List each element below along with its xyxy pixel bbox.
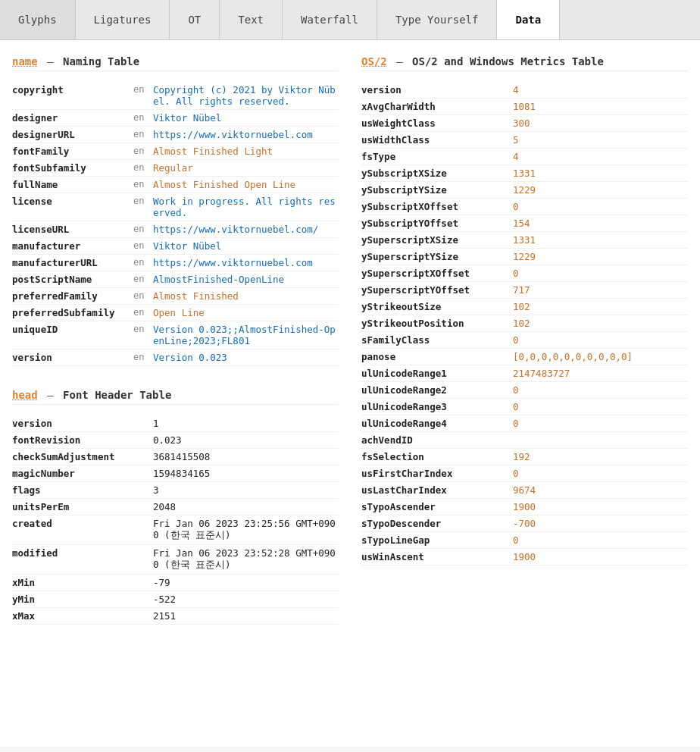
row-key: sTypoLineGap [361,534,513,546]
head-key: head [12,389,38,401]
row-value: 717 [513,284,530,296]
row-value: Version 0.023;;AlmostFinished-OpenLine;2… [153,324,339,346]
row-key: checkSumAdjustment [12,451,133,462]
row-value: https://www.viktornuebel.com [153,257,339,268]
row-key: sTypoDescender [361,518,513,529]
table-row: ySubscriptXSize 1331 [361,165,688,182]
row-key: usWinAscent [361,551,513,562]
os2-key: OS/2 [361,55,387,67]
tab-text[interactable]: Text [220,0,283,39]
row-lang: en [133,84,148,95]
row-value: 1900 [513,501,536,512]
row-value: Almost Finished Open Line [153,179,339,190]
tab-ot[interactable]: OT [170,0,220,39]
row-value: Work in progress. All rights reserved. [153,196,339,218]
row-key: achVendID [361,434,513,446]
row-value: 0 [513,468,519,479]
row-value: Fri Jan 06 2023 23:25:56 GMT+0900 (한국 표준… [153,518,339,542]
row-key: sFamilyClass [361,334,513,346]
tab-type-yourself[interactable]: Type Yourself [377,0,498,39]
os2-dash: – [396,55,402,67]
table-row: panose [0,0,0,0,0,0,0,0,0,0] [361,349,688,365]
row-key: fsSelection [361,451,513,462]
row-key: flags [12,484,133,496]
row-key: usWidthClass [361,134,513,146]
table-row: usFirstCharIndex 0 [361,465,688,482]
row-value: 2151 [153,610,339,622]
row-lang: en [133,146,148,156]
row-key: yStrikeoutPosition [361,318,513,329]
row-key: xMin [12,577,133,588]
table-row: flags 3 [12,482,339,499]
row-value: 1331 [513,168,536,179]
table-row: fontRevision 0.023 [12,432,339,449]
tab-bar: Glyphs Ligatures OT Text Waterfall Type … [0,0,700,40]
table-row: sTypoDescender -700 [361,515,688,532]
table-row: preferredSubfamily en Open Line [12,305,339,321]
row-key: usFirstCharIndex [361,468,513,479]
row-value: Almost Finished [153,290,339,302]
table-row: version 1 [12,415,339,432]
table-row: usLastCharIndex 9674 [361,482,688,499]
row-key: fsType [361,151,513,162]
row-value: 1331 [513,234,536,246]
table-row: sFamilyClass 0 [361,332,688,349]
row-lang: en [133,224,148,234]
row-key: preferredSubfamily [12,307,133,318]
table-row: xAvgCharWidth 1081 [361,99,688,115]
row-value: -79 [153,577,339,588]
row-value: 4 [513,151,519,162]
row-key: ySuperscriptYSize [361,251,513,262]
head-section: head – Font Header Table version 1 fontR… [12,389,339,625]
row-key: xMax [12,610,133,622]
table-row: uniqueID en Version 0.023;;AlmostFinishe… [12,321,339,349]
row-value: 1229 [513,184,536,196]
row-lang: en [133,196,148,206]
row-value: Fri Jan 06 2023 23:52:28 GMT+0900 (한국 표준… [153,547,339,572]
row-lang: en [133,352,148,362]
row-value: Almost Finished Light [153,146,339,157]
row-value: 300 [513,118,530,129]
table-row: ySuperscriptYSize 1229 [361,249,688,265]
name-dash: – [47,55,53,67]
table-row: ySuperscriptXOffset 0 [361,265,688,282]
row-key: created [12,518,133,529]
row-value: Regular [153,162,339,174]
row-value: 0 [513,534,519,546]
table-row: yMin -522 [12,591,339,608]
table-row: ySubscriptYSize 1229 [361,182,688,199]
row-value: https://www.viktornuebel.com/ [153,224,339,235]
row-value: Open Line [153,307,339,318]
tab-data[interactable]: Data [497,0,560,39]
row-key: ySubscriptYSize [361,184,513,196]
row-key: usLastCharIndex [361,484,513,496]
row-key: license [12,196,133,207]
table-row: yStrikeoutSize 102 [361,299,688,315]
left-column: name – Naming Table copyright en Copyrig… [12,55,339,732]
row-lang: en [133,324,148,334]
table-row: usWinAscent 1900 [361,549,688,566]
row-value: 0 [513,418,519,429]
row-lang: en [133,290,148,301]
row-value: 0 [513,201,519,212]
row-key: version [12,418,133,429]
row-value: 4 [513,84,519,96]
row-value: 2048 [153,501,339,512]
row-value: 3 [153,484,339,496]
row-value: Copyright (c) 2021 by Viktor Nübel. All … [153,84,339,107]
row-key: postScriptName [12,274,133,285]
row-key: ulUnicodeRange3 [361,401,513,412]
tab-ligatures[interactable]: Ligatures [76,0,170,39]
table-row: fsSelection 192 [361,449,688,465]
row-key: unitsPerEm [12,501,133,512]
row-value: 154 [513,218,530,229]
row-value: 1 [153,418,339,429]
table-row: fullName en Almost Finished Open Line [12,177,339,193]
row-key: licenseURL [12,224,133,235]
table-row: checkSumAdjustment 3681415508 [12,449,339,465]
tab-waterfall[interactable]: Waterfall [283,0,377,39]
head-dash: – [47,389,53,401]
tab-glyphs[interactable]: Glyphs [0,0,76,39]
table-row: ySuperscriptXSize 1331 [361,232,688,249]
row-key: preferredFamily [12,290,133,302]
